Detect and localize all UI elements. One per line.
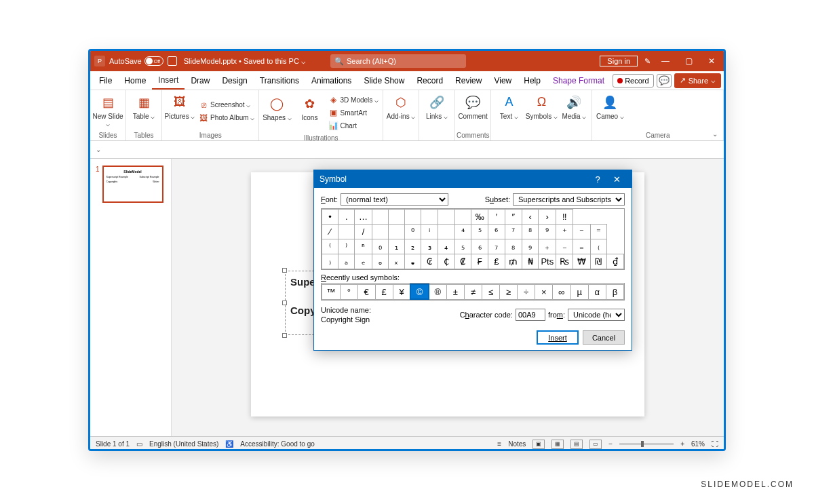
symbol-cell[interactable] — [388, 225, 404, 239]
comments-button[interactable]: 💬 — [657, 74, 672, 88]
zoom-slider[interactable] — [619, 443, 674, 445]
symbol-cell[interactable]: ₣ — [471, 254, 488, 269]
symbol-cell[interactable]: ₩ — [573, 254, 590, 269]
symbol-cell[interactable]: ₐ — [338, 254, 355, 269]
symbol-cell[interactable]: ₔ — [405, 254, 421, 269]
symbol-cell[interactable] — [421, 210, 438, 225]
tab-record[interactable]: Record — [410, 71, 449, 90]
tab-slideshow[interactable]: Slide Show — [357, 71, 410, 90]
symbol-cell[interactable]: ₎ — [322, 254, 338, 269]
recent-symbol-cell[interactable]: × — [535, 284, 553, 299]
record-button[interactable]: Record — [613, 74, 653, 88]
symbol-cell[interactable]: ⁽ — [322, 239, 338, 254]
autosave[interactable]: AutoSave Off — [109, 56, 163, 66]
save-icon[interactable] — [168, 56, 177, 66]
symbol-cell[interactable]: ₊ — [539, 239, 556, 254]
symbol-cell[interactable]: ⁿ — [355, 239, 372, 254]
dialog-close-button[interactable]: ✕ — [607, 174, 626, 185]
symbol-cell[interactable]: ⁺ — [556, 225, 573, 239]
symbol-cell[interactable] — [388, 210, 404, 225]
symbol-cell[interactable]: ₌ — [573, 239, 590, 254]
zoom-in-button[interactable]: + — [680, 440, 684, 448]
symbol-cell[interactable]: . — [338, 210, 355, 225]
slide-thumbnail[interactable]: SlideModel Superscript ExampleSubscript … — [102, 166, 163, 203]
symbol-cell[interactable]: ⁾ — [338, 239, 355, 254]
symbol-cell[interactable]: ₃ — [421, 239, 438, 254]
symbol-cell[interactable] — [438, 210, 454, 225]
addins-button[interactable]: ⬡Add-ins ⌵ — [385, 93, 417, 130]
symbol-cell[interactable]: ₥ — [505, 254, 522, 269]
symbol-cell[interactable]: ⁰ — [405, 225, 421, 239]
tab-view[interactable]: View — [488, 71, 518, 90]
notes-button[interactable]: Notes — [508, 440, 526, 448]
symbol-cell[interactable]: ₂ — [405, 239, 421, 254]
recent-symbol-cell[interactable]: € — [357, 284, 375, 299]
tab-review[interactable]: Review — [449, 71, 488, 90]
symbol-cell[interactable]: › — [539, 210, 556, 225]
recent-symbol-cell[interactable]: ∞ — [553, 284, 570, 299]
symbol-cell[interactable]: ⁴ — [454, 225, 471, 239]
symbol-cell[interactable]: • — [322, 210, 338, 225]
symbol-cell[interactable]: ⁸ — [522, 225, 539, 239]
dialog-help-button[interactable]: ? — [588, 174, 607, 185]
minimize-button[interactable]: — — [657, 56, 674, 66]
symbol-cell[interactable]: ′ — [488, 210, 505, 225]
recent-symbol-cell[interactable]: ¥ — [393, 284, 410, 299]
shapes-button[interactable]: ◯Shapes ⌵ — [260, 94, 293, 132]
symbol-grid[interactable]: •.…‰′″‹›‼⁄/⁰ⁱ⁴⁵⁶⁷⁸⁹⁺⁻⁼⁽⁾ⁿ₀₁₂₃₄₅₆₇₈₉₊₋₌₍₎… — [321, 208, 625, 270]
symbol-cell[interactable]: ₑ — [355, 254, 372, 269]
symbol-cell[interactable]: ⁵ — [471, 225, 488, 239]
symbol-cell[interactable]: ₦ — [522, 254, 539, 269]
symbol-cell[interactable]: Pts — [539, 254, 556, 269]
collapse-ribbon-icon[interactable]: ⌄ — [712, 130, 718, 138]
symbol-cell[interactable] — [438, 225, 454, 239]
symbol-cell[interactable]: ₍ — [590, 239, 607, 254]
sorter-view-button[interactable]: ▦ — [551, 440, 564, 449]
qat-dropdown-icon[interactable]: ⌄ — [96, 146, 101, 153]
recent-symbol-cell[interactable]: ° — [340, 284, 357, 299]
symbol-cell[interactable]: ⁱ — [421, 225, 438, 239]
recent-symbol-cell[interactable]: µ — [570, 284, 588, 299]
pictures-button[interactable]: 🖼Pictures ⌵ — [163, 93, 196, 130]
symbol-cell[interactable]: ₫ — [607, 254, 624, 269]
links-button[interactable]: 🔗Links ⌵ — [421, 93, 453, 130]
maximize-button[interactable]: ▢ — [680, 56, 697, 66]
close-button[interactable]: ✕ — [703, 56, 720, 66]
comment-button[interactable]: 💬Comment — [457, 93, 489, 130]
font-select[interactable]: (normal text) — [341, 193, 448, 206]
symbol-cell[interactable]: ₈ — [505, 239, 522, 254]
symbol-cell[interactable] — [372, 210, 388, 225]
recent-symbol-cell[interactable]: ÷ — [518, 284, 535, 299]
symbol-cell[interactable]: / — [355, 225, 372, 239]
photo-album-button[interactable]: 🖼Photo Album ⌵ — [197, 113, 256, 123]
symbol-cell[interactable]: ₄ — [438, 239, 454, 254]
symbols-button[interactable]: ΩSymbols ⌵ — [525, 93, 558, 130]
dialog-titlebar[interactable]: Symbol ? ✕ — [314, 170, 632, 188]
ribbon-mode-icon[interactable]: ✎ — [644, 57, 651, 66]
symbol-cell[interactable]: ‹ — [522, 210, 539, 225]
tab-animations[interactable]: Animations — [305, 71, 357, 90]
search-input[interactable]: 🔍 Search (Alt+Q) — [330, 54, 466, 68]
document-title[interactable]: SlideModel.pptx • Saved to this PC ⌵ — [184, 57, 306, 66]
symbol-cell[interactable]: ⁹ — [539, 225, 556, 239]
recent-symbol-cell[interactable]: ™ — [322, 284, 341, 299]
tab-insert[interactable]: Insert — [152, 71, 185, 90]
resize-handle[interactable] — [282, 333, 287, 338]
symbol-cell[interactable]: ₓ — [388, 254, 404, 269]
spellcheck-icon[interactable]: ▭ — [136, 440, 142, 448]
fit-slide-button[interactable]: ⛶ — [712, 440, 718, 448]
symbol-cell[interactable]: ₉ — [522, 239, 539, 254]
reading-view-button[interactable]: ▤ — [570, 440, 583, 449]
symbol-cell[interactable]: ₒ — [372, 254, 388, 269]
share-button[interactable]: ↗ Share ⌵ — [674, 73, 721, 88]
chart-button[interactable]: 📊Chart — [327, 120, 380, 131]
zoom-value[interactable]: 61% — [691, 440, 705, 448]
tab-file[interactable]: File — [93, 71, 118, 90]
text-button[interactable]: AText ⌵ — [492, 93, 525, 130]
symbol-cell[interactable] — [338, 225, 355, 239]
zoom-out-button[interactable]: − — [608, 440, 613, 448]
tab-shape-format[interactable]: Shape Format — [547, 71, 610, 90]
symbol-cell[interactable]: ₀ — [372, 239, 388, 254]
recent-symbol-cell[interactable]: ≠ — [464, 284, 482, 299]
symbol-cell[interactable]: ₢ — [421, 254, 438, 269]
